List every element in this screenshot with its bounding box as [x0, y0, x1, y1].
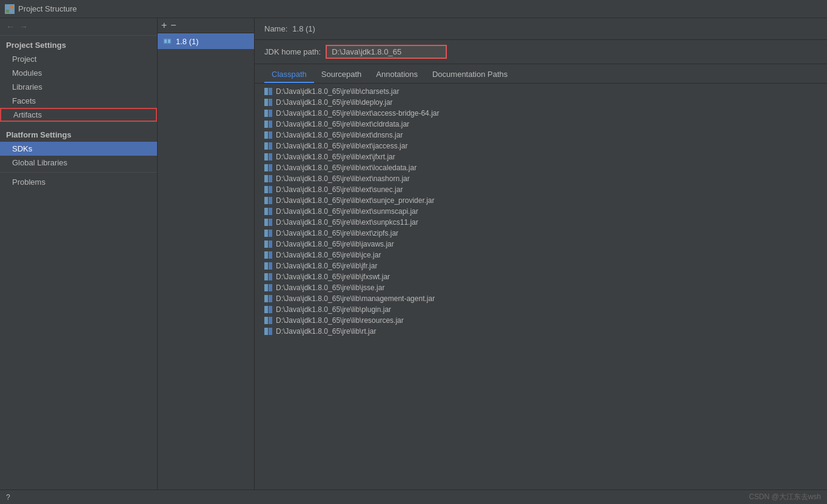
file-path: D:\Java\jdk1.8.0_65\jre\lib\ext\nashorn.… — [276, 174, 410, 183]
jar-icon — [264, 328, 272, 335]
file-item[interactable]: D:\Java\jdk1.8.0_65\jre\lib\ext\sunec.ja… — [255, 184, 827, 195]
sidebar-item-modules[interactable]: Modules — [0, 66, 157, 80]
jar-icon — [264, 121, 272, 128]
jdk-home-label: JDK home path: — [264, 47, 321, 56]
file-path: D:\Java\jdk1.8.0_65\jre\lib\ext\sunpkcs1… — [276, 218, 418, 227]
jar-icon — [264, 251, 272, 259]
file-item[interactable]: D:\Java\jdk1.8.0_65\jre\lib\ext\access-b… — [255, 108, 827, 119]
file-item[interactable]: D:\Java\jdk1.8.0_65\jre\lib\plugin.jar — [255, 304, 827, 315]
file-path: D:\Java\jdk1.8.0_65\jre\lib\ext\sunmscap… — [276, 207, 418, 216]
sdk-item-1.8[interactable]: 1.8 (1) — [158, 33, 254, 49]
file-item[interactable]: D:\Java\jdk1.8.0_65\jre\lib\ext\cldrdata… — [255, 119, 827, 130]
file-item[interactable]: D:\Java\jdk1.8.0_65\jre\lib\ext\localeda… — [255, 162, 827, 173]
app-icon — [5, 4, 15, 14]
svg-rect-1 — [10, 5, 13, 8]
jar-icon — [264, 131, 272, 139]
file-item[interactable]: D:\Java\jdk1.8.0_65\jre\lib\ext\sunmscap… — [255, 206, 827, 217]
remove-sdk-button[interactable]: − — [170, 21, 176, 30]
file-path: D:\Java\jdk1.8.0_65\jre\lib\ext\jaccess.… — [276, 142, 407, 150]
file-item[interactable]: D:\Java\jdk1.8.0_65\jre\lib\ext\zipfs.ja… — [255, 228, 827, 239]
tab-annotations[interactable]: Annotations — [369, 67, 425, 83]
jdk-home-row: JDK home path: D:\Java\jdk1.8.0_65 — [255, 40, 827, 64]
sidebar-item-sdks[interactable]: SDKs — [0, 142, 157, 156]
sidebar-item-facets[interactable]: Facets — [0, 94, 157, 108]
add-sdk-button[interactable]: + — [161, 21, 167, 30]
sdk-icon — [162, 36, 172, 46]
jar-icon — [264, 99, 272, 106]
sidebar-item-global-libraries[interactable]: Global Libraries — [0, 156, 157, 170]
jar-icon — [264, 164, 272, 171]
file-item[interactable]: D:\Java\jdk1.8.0_65\jre\lib\management-a… — [255, 293, 827, 304]
jar-icon — [264, 142, 272, 150]
nav-arrows: ← → — [0, 18, 157, 36]
file-item[interactable]: D:\Java\jdk1.8.0_65\jre\lib\rt.jar — [255, 326, 827, 337]
file-item[interactable]: D:\Java\jdk1.8.0_65\jre\lib\resources.ja… — [255, 315, 827, 326]
file-path: D:\Java\jdk1.8.0_65\jre\lib\ext\jfxrt.ja… — [276, 153, 395, 161]
sdk-label: 1.8 (1) — [176, 37, 199, 46]
file-item[interactable]: D:\Java\jdk1.8.0_65\jre\lib\jfxswt.jar — [255, 271, 827, 282]
svg-rect-3 — [10, 10, 13, 13]
file-item[interactable]: D:\Java\jdk1.8.0_65\jre\lib\jsse.jar — [255, 282, 827, 293]
file-path: D:\Java\jdk1.8.0_65\jre\lib\ext\sunjce_p… — [276, 196, 434, 205]
jar-icon — [264, 306, 272, 313]
file-path: D:\Java\jdk1.8.0_65\jre\lib\rt.jar — [276, 327, 376, 336]
sdk-list-panel: + − 1.8 (1) — [158, 18, 255, 489]
file-item[interactable]: D:\Java\jdk1.8.0_65\jre\lib\deploy.jar — [255, 97, 827, 108]
watermark: CSDN @大江东去wsh — [749, 492, 821, 502]
sidebar-item-project[interactable]: Project — [0, 52, 157, 66]
window-title: Project Structure — [18, 4, 77, 13]
platform-settings-label: Platform Settings — [0, 125, 157, 142]
jdk-home-path[interactable]: D:\Java\jdk1.8.0_65 — [326, 45, 447, 59]
jar-icon — [264, 186, 272, 193]
svg-rect-6 — [168, 39, 170, 43]
tab-sourcepath[interactable]: Sourcepath — [314, 67, 369, 83]
file-path: D:\Java\jdk1.8.0_65\jre\lib\ext\dnsns.ja… — [276, 131, 403, 139]
file-item[interactable]: D:\Java\jdk1.8.0_65\jre\lib\jfr.jar — [255, 260, 827, 271]
file-item[interactable]: D:\Java\jdk1.8.0_65\jre\lib\ext\nashorn.… — [255, 173, 827, 184]
tab-documentation-paths[interactable]: Documentation Paths — [425, 67, 515, 83]
file-path: D:\Java\jdk1.8.0_65\jre\lib\charsets.jar — [276, 87, 399, 96]
file-item[interactable]: D:\Java\jdk1.8.0_65\jre\lib\ext\jaccess.… — [255, 141, 827, 151]
file-item[interactable]: D:\Java\jdk1.8.0_65\jre\lib\ext\jfxrt.ja… — [255, 151, 827, 162]
file-path: D:\Java\jdk1.8.0_65\jre\lib\ext\localeda… — [276, 164, 417, 172]
jar-icon — [264, 219, 272, 226]
sidebar-item-artifacts[interactable]: Artifacts — [0, 108, 157, 122]
sidebar-item-problems[interactable]: Problems — [0, 175, 157, 189]
file-path: D:\Java\jdk1.8.0_65\jre\lib\jfr.jar — [276, 262, 377, 270]
file-item[interactable]: D:\Java\jdk1.8.0_65\jre\lib\javaws.jar — [255, 239, 827, 250]
tabs-bar: Classpath Sourcepath Annotations Documen… — [255, 64, 827, 84]
jar-icon — [264, 262, 272, 270]
status-bar: ? CSDN @大江东去wsh — [0, 489, 827, 504]
jar-icon — [264, 284, 272, 291]
jar-icon — [264, 230, 272, 237]
tab-classpath[interactable]: Classpath — [264, 67, 314, 83]
file-path: D:\Java\jdk1.8.0_65\jre\lib\plugin.jar — [276, 305, 391, 314]
file-item[interactable]: D:\Java\jdk1.8.0_65\jre\lib\ext\sunpkcs1… — [255, 217, 827, 228]
name-value: 1.8 (1) — [292, 24, 315, 33]
name-label: Name: — [264, 24, 287, 33]
file-item[interactable]: D:\Java\jdk1.8.0_65\jre\lib\ext\dnsns.ja… — [255, 130, 827, 141]
file-item[interactable]: D:\Java\jdk1.8.0_65\jre\lib\charsets.jar — [255, 86, 827, 97]
back-arrow[interactable]: ← — [6, 22, 15, 31]
file-path: D:\Java\jdk1.8.0_65\jre\lib\resources.ja… — [276, 316, 404, 325]
jar-icon — [264, 197, 272, 204]
sidebar: ← → Project Settings Project Modules Lib… — [0, 18, 158, 489]
file-path: D:\Java\jdk1.8.0_65\jre\lib\jfxswt.jar — [276, 273, 390, 281]
file-path: D:\Java\jdk1.8.0_65\jre\lib\javaws.jar — [276, 240, 394, 248]
help-button[interactable]: ? — [6, 493, 10, 502]
jar-icon — [264, 240, 272, 248]
file-path: D:\Java\jdk1.8.0_65\jre\lib\ext\zipfs.ja… — [276, 229, 398, 237]
svg-rect-2 — [6, 10, 9, 13]
file-item[interactable]: D:\Java\jdk1.8.0_65\jre\lib\ext\sunjce_p… — [255, 195, 827, 206]
file-item[interactable]: D:\Java\jdk1.8.0_65\jre\lib\jce.jar — [255, 250, 827, 260]
file-path: D:\Java\jdk1.8.0_65\jre\lib\ext\sunec.ja… — [276, 185, 403, 194]
jar-icon — [264, 88, 272, 95]
file-path: D:\Java\jdk1.8.0_65\jre\lib\ext\access-b… — [276, 109, 439, 118]
jar-icon — [264, 295, 272, 302]
svg-rect-5 — [164, 39, 167, 43]
jar-icon — [264, 110, 272, 117]
jar-icon — [264, 175, 272, 182]
forward-arrow[interactable]: → — [19, 22, 28, 31]
jar-icon — [264, 317, 272, 324]
sidebar-item-libraries[interactable]: Libraries — [0, 80, 157, 94]
